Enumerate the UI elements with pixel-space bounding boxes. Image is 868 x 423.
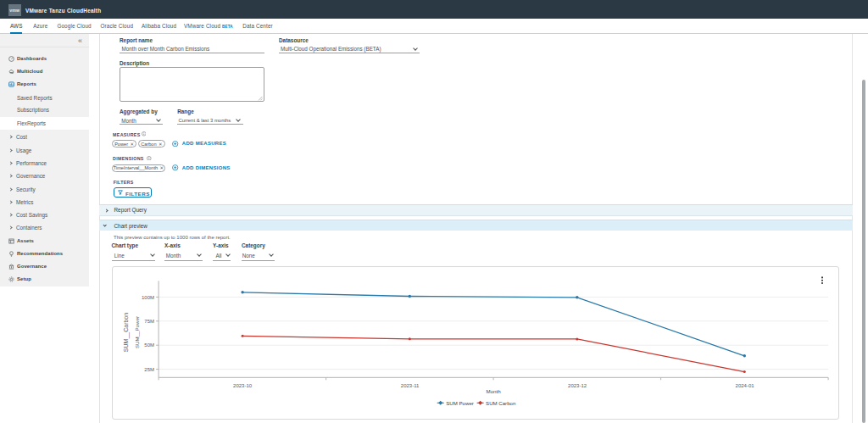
svg-text:2023-10: 2023-10 <box>233 383 253 388</box>
svg-text:SUM__Power: SUM__Power <box>134 316 140 348</box>
svg-text:75M: 75M <box>145 319 155 324</box>
svg-text:SUM Carbon: SUM Carbon <box>486 400 515 406</box>
svg-text:SUM Power: SUM Power <box>447 400 475 406</box>
svg-text:Month: Month <box>487 388 502 394</box>
svg-text:2023-12: 2023-12 <box>568 383 587 388</box>
svg-text:2024-01: 2024-01 <box>736 383 755 388</box>
svg-text:SUM__Carbon: SUM__Carbon <box>123 313 130 352</box>
svg-text:25M: 25M <box>145 367 155 372</box>
svg-text:50M: 50M <box>145 343 155 348</box>
svg-text:2023-11: 2023-11 <box>401 383 420 388</box>
svg-text:100M: 100M <box>142 295 154 300</box>
